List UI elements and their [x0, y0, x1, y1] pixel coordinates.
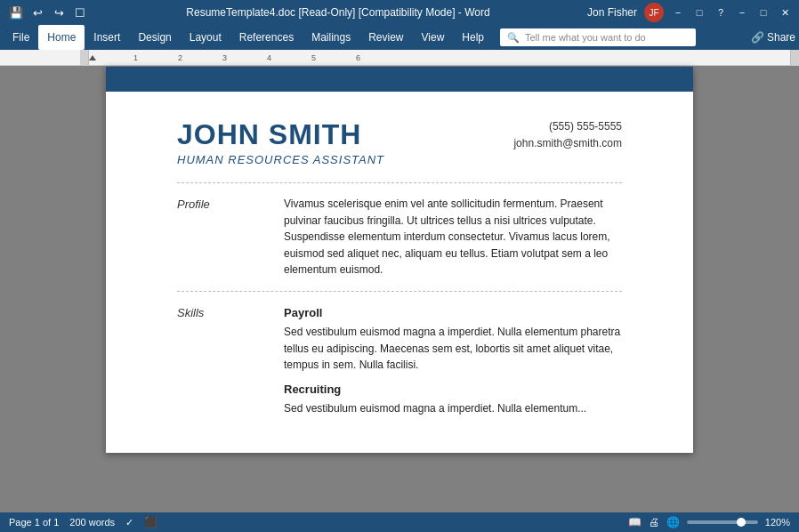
resume-email: john.smith@smith.com	[513, 135, 622, 152]
title-bar-right: Jon Fisher JF − □ ? − □ ✕	[587, 3, 792, 22]
profile-section: Profile Vivamus scelerisque enim vel ant…	[177, 182, 622, 278]
page: JOHN SMITH HUMAN RESOURCES ASSISTANT (55…	[106, 67, 693, 453]
menu-view[interactable]: View	[413, 25, 454, 50]
menu-mailings[interactable]: Mailings	[303, 25, 359, 50]
resume-phone: (555) 555-5555	[513, 118, 622, 135]
skill1: Payroll Sed vestibulum euismod magna a i…	[284, 304, 622, 374]
skill1-text: Sed vestibulum euismod magna a imperdiet…	[284, 324, 622, 374]
menu-home[interactable]: Home	[38, 25, 85, 50]
minimize-button[interactable]: −	[735, 5, 749, 20]
header-bar	[106, 67, 693, 92]
share-button[interactable]: 🔗 Share	[751, 31, 795, 44]
track-changes-icon[interactable]: ⬛	[144, 516, 157, 528]
page-info: Page 1 of 1	[9, 517, 59, 528]
tell-me-input[interactable]: 🔍 Tell me what you want to do	[500, 28, 696, 46]
proofing-icon[interactable]: ✓	[125, 517, 133, 528]
skill2-text: Sed vestibulum euismod magna a imperdiet…	[284, 400, 622, 417]
profile-content: Vivamus scelerisque enim vel ante sollic…	[284, 196, 622, 278]
menu-bar: File Home Insert Design Layout Reference…	[0, 25, 799, 50]
ruler: 1 2 3 4 5 6	[0, 50, 799, 66]
resume-job-title: HUMAN RESOURCES ASSISTANT	[177, 153, 384, 166]
undo-qat-button[interactable]: ↩	[28, 4, 46, 21]
status-right: 📖 🖨 🌐 120%	[628, 516, 790, 528]
username-label: Jon Fisher	[587, 6, 637, 19]
redo-qat-button[interactable]: ↪	[50, 4, 68, 21]
skill2: Recruiting Sed vestibulum euismod magna …	[284, 381, 622, 417]
document-area: 1 2 3 4 5 6 JOHN SMITH HUMAN RESOURCES A…	[0, 50, 799, 512]
ribbon-restore-button[interactable]: □	[692, 5, 706, 20]
view-web-icon[interactable]: 🌐	[666, 516, 680, 528]
title-bar: 💾 ↩ ↪ ☐ ResumeTemplate4.doc [Read-Only] …	[0, 0, 799, 25]
skill2-title: Recruiting	[284, 383, 341, 396]
zoom-level[interactable]: 120%	[765, 517, 790, 528]
quick-access-toolbar: 💾 ↩ ↪ ☐	[7, 4, 89, 21]
resume-header: JOHN SMITH HUMAN RESOURCES ASSISTANT (55…	[177, 118, 622, 166]
skills-content: Payroll Sed vestibulum euismod magna a i…	[284, 304, 622, 417]
menu-insert[interactable]: Insert	[85, 25, 129, 50]
ribbon-minimize-button[interactable]: −	[671, 5, 685, 20]
resume-name-section: JOHN SMITH HUMAN RESOURCES ASSISTANT	[177, 118, 384, 166]
word-count: 200 words	[69, 517, 115, 528]
menu-references[interactable]: References	[230, 25, 303, 50]
skills-section: Skills Payroll Sed vestibulum euismod ma…	[177, 291, 622, 417]
menu-file[interactable]: File	[4, 25, 38, 50]
zoom-thumb	[737, 518, 746, 527]
menu-layout[interactable]: Layout	[181, 25, 230, 50]
profile-label: Profile	[177, 196, 266, 278]
maximize-button[interactable]: □	[756, 5, 771, 20]
menu-review[interactable]: Review	[359, 25, 412, 50]
close-button[interactable]: ✕	[778, 5, 792, 20]
view-print-icon[interactable]: 🖨	[649, 516, 659, 528]
status-left: Page 1 of 1 200 words ✓ ⬛	[9, 516, 157, 528]
page-content: JOHN SMITH HUMAN RESOURCES ASSISTANT (55…	[106, 67, 693, 453]
menu-design[interactable]: Design	[129, 25, 180, 50]
resume-name: JOHN SMITH	[177, 118, 384, 151]
resume-contact: (555) 555-5555 john.smith@smith.com	[513, 118, 622, 152]
status-bar: Page 1 of 1 200 words ✓ ⬛ 📖 🖨 🌐 120%	[0, 512, 799, 532]
skills-label: Skills	[177, 304, 266, 417]
skill1-title: Payroll	[284, 306, 322, 319]
user-avatar: JF	[644, 3, 664, 22]
title-bar-left: 💾 ↩ ↪ ☐	[7, 4, 89, 21]
save-qat-button[interactable]: 💾	[7, 4, 25, 21]
view-read-icon[interactable]: 📖	[628, 516, 642, 528]
zoom-slider[interactable]	[687, 520, 758, 524]
touch-qat-button[interactable]: ☐	[71, 4, 89, 21]
menu-help[interactable]: Help	[453, 25, 493, 50]
window-title: ResumeTemplate4.doc [Read-Only] [Compati…	[89, 6, 587, 19]
help-button[interactable]: ?	[714, 5, 728, 20]
